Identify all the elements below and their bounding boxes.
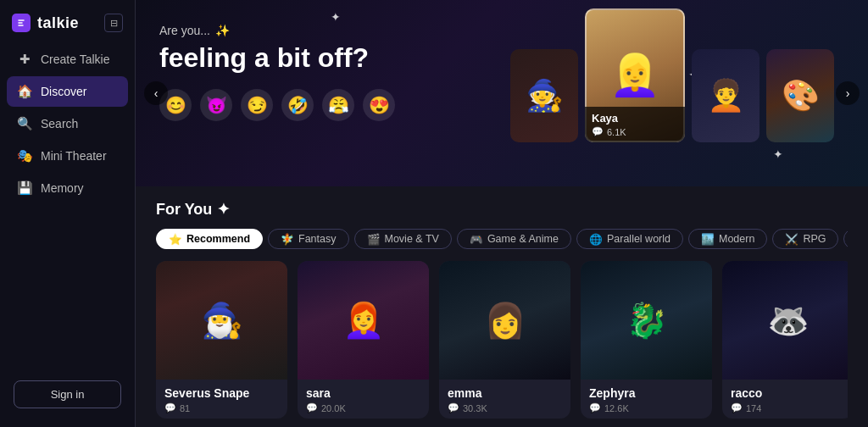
filter-novel[interactable]: 📖 Novel [843,229,848,249]
char-card-racco[interactable]: 🦝 racco 💬 174 half raccoon half human, m… [722,261,848,419]
char-info-severus: Severus Snape 💬 81 Severus Snape, o mest… [156,380,287,419]
char-figure-racco: 🦝 [722,261,848,380]
char-stat-sara: 💬 20.0K [306,402,420,413]
star-icon: ✦ [217,200,230,219]
recommend-icon: ⭐ [169,233,182,246]
hero-title: feeling a bit off? [159,42,844,74]
emoji-angry[interactable]: 😤 [322,89,354,121]
chat-count-icon-3: 💬 [448,402,459,413]
char-figure-emma: 👩 [439,261,570,380]
memory-label: Memory [41,181,84,195]
hero-prev-button[interactable]: ‹ [144,81,168,105]
char-name-racco: racco [731,386,845,400]
search-label: Search [41,117,78,130]
char-stat-emma: 💬 30.3K [448,402,562,413]
theater-label: Mini Theater [41,149,107,163]
memory-icon: 💾 [17,180,32,196]
sidebar-item-memory[interactable]: 💾 Memory [7,173,128,203]
emoji-evil[interactable]: 😈 [200,89,232,121]
char-stat-zephyra: 💬 12.6K [589,402,704,413]
filter-rpg[interactable]: ⚔️ RPG [772,229,838,249]
char-card-severus[interactable]: 🧙‍♂️ Severus Snape 💬 81 Severus Snape, o… [156,261,287,419]
char-stat-severus: 💬 81 [164,402,279,413]
char-image-sara: 👩‍🦰 [298,261,429,380]
filter-recommend[interactable]: ⭐ Recommend [156,229,263,249]
char-stat-racco: 💬 174 [731,402,845,413]
hero-next-button[interactable]: › [836,81,860,105]
chat-count-icon-5: 💬 [731,402,743,413]
sign-in-button[interactable]: Sign in [14,380,121,408]
char-desc-emma: huge crush on you and your having a slee… [448,417,562,419]
chat-count-icon-4: 💬 [589,402,601,413]
logo-area: talkie ⊟ [0,10,135,44]
char-info-emma: emma 💬 30.3K huge crush on you and your … [439,380,570,419]
main-content: ‹ › ✦ ✦ ✦ ✦ Are you... ✨ feeling a bit o… [136,0,868,427]
discover-label: Discover [41,85,86,98]
movie-icon: 🎬 [367,233,381,246]
search-icon: 🔍 [17,116,32,131]
parallel-icon: 🌐 [589,233,603,246]
filter-parallel[interactable]: 🌐 Parallel world [576,229,683,249]
sidebar-navigation: ✚ Create Talkie 🏠 Discover 🔍 Search 🎭 Mi… [0,44,135,203]
char-card-zephyra[interactable]: 🐉 Zephyra 💬 12.6K Zephyra is the Dragoni… [581,261,712,419]
sidebar-item-discover[interactable]: 🏠 Discover [7,76,128,107]
game-icon: 🎮 [470,233,483,246]
char-info-racco: racco 💬 174 half raccoon half human, mea… [722,380,848,419]
filter-modern[interactable]: 🏙️ Modern [688,229,767,249]
char-name-emma: emma [448,386,562,400]
char-info-sara: sara 💬 20.0K she's 19, 6,5 your best fri… [298,380,429,419]
logo-icon [12,14,31,32]
section-title: For You ✦ [156,200,848,219]
hero-subtitle: Are you... ✨ [159,24,844,37]
char-desc-zephyra: Zephyra is the Dragonic Queen of the Wes… [589,417,704,419]
char-image-emma: 👩 [439,261,570,380]
filter-game-anime[interactable]: 🎮 Game & Anime [457,229,571,249]
char-figure-severus: 🧙‍♂️ [156,261,287,380]
for-you-section: For You ✦ ⭐ Recommend 🧚 Fantasy 🎬 Movie … [136,186,868,427]
app-name: talkie [37,14,79,32]
sidebar: talkie ⊟ ✚ Create Talkie 🏠 Discover 🔍 Se… [0,0,136,427]
char-name-sara: sara [306,386,420,400]
sidebar-item-theater[interactable]: 🎭 Mini Theater [7,141,128,171]
char-name-severus: Severus Snape [164,386,279,400]
emoji-smirk[interactable]: 😏 [241,89,273,121]
chat-icon: 💬 [592,126,604,137]
sparkle-decoration: ✦ [331,10,341,24]
character-grid: 🧙‍♂️ Severus Snape 💬 81 Severus Snape, o… [156,261,848,419]
char-image-zephyra: 🐉 [581,261,712,380]
char-card-sara[interactable]: 👩‍🦰 sara 💬 20.0K she's 19, 6,5 your best… [298,261,429,419]
hero-section: ‹ › ✦ ✦ ✦ ✦ Are you... ✨ feeling a bit o… [136,0,868,186]
modern-icon: 🏙️ [701,233,715,246]
theater-icon: 🎭 [17,148,32,164]
fantasy-icon: 🧚 [281,233,294,246]
char-desc-sara: she's 19, 6,5 your best friend and she h… [306,417,420,419]
char-figure-sara: 👩‍🦰 [298,261,429,380]
char-image-racco: 🦝 [722,261,848,380]
filter-fantasy[interactable]: 🧚 Fantasy [268,229,348,249]
filter-movie-tv[interactable]: 🎬 Movie & TV [354,229,452,249]
featured-char-stat: 💬 6.1K [592,126,678,137]
mood-emoji-row: 😊 😈 😏 🤣 😤 😍 [159,89,844,121]
filter-tabs: ⭐ Recommend 🧚 Fantasy 🎬 Movie & TV 🎮 Gam… [156,229,848,249]
chat-count-icon: 💬 [164,402,176,413]
char-figure-zephyra: 🐉 [581,261,712,380]
char-image-severus: 🧙‍♂️ [156,261,287,380]
char-info-zephyra: Zephyra 💬 12.6K Zephyra is the Dragonic … [581,380,712,419]
sparkle-icon: ✨ [215,24,230,37]
char-name-zephyra: Zephyra [589,386,704,400]
emoji-laugh[interactable]: 🤣 [281,89,314,121]
chat-count-icon-2: 💬 [306,402,318,413]
plus-icon: ✚ [17,52,32,67]
char-desc-racco: half raccoon half human, mean sometimes,… [731,417,845,419]
char-desc-severus: Severus Snape, o mestre de Poções e Chef… [164,417,279,419]
sparkle-decoration-4: ✦ [773,147,783,161]
char-card-emma[interactable]: 👩 emma 💬 30.3K huge crush on you and you… [439,261,570,419]
hero-text-area: Are you... ✨ feeling a bit off? 😊 😈 😏 🤣 … [159,24,844,121]
create-talkie-button[interactable]: ✚ Create Talkie [7,44,128,75]
rpg-icon: ⚔️ [785,233,798,246]
sidebar-bottom: Sign in [0,372,135,417]
emoji-love[interactable]: 😍 [363,89,395,121]
home-icon: 🏠 [17,84,32,99]
sidebar-item-search[interactable]: 🔍 Search [7,108,128,139]
collapse-sidebar-button[interactable]: ⊟ [104,14,123,32]
